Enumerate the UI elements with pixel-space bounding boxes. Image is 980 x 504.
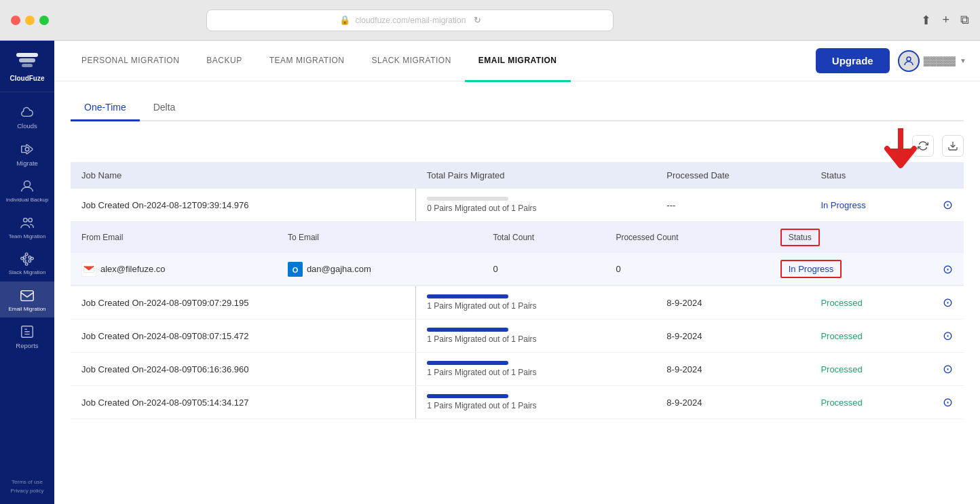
processed-count-cell: 0 (605, 253, 769, 286)
expand-cell[interactable]: ⊙ (932, 353, 964, 386)
nested-content: From Email To Email Total Count Processe… (71, 222, 964, 286)
tab-email-migration[interactable]: EMAIL MIGRATION (465, 41, 571, 82)
privacy-policy-link[interactable]: Privacy policy (0, 487, 54, 496)
nested-status-highlight: In Progress (780, 260, 842, 278)
refresh-icon[interactable]: ↻ (474, 15, 481, 25)
expand-cell[interactable]: ⊙ (932, 189, 964, 222)
new-tab-icon[interactable]: + (942, 13, 949, 28)
table-row: Job Created On-2024-08-09T06:16:36.960 1… (71, 353, 964, 386)
sidebar-item-email-migration[interactable]: Email Migration (0, 282, 54, 318)
user-dropdown-icon: ▼ (960, 57, 966, 64)
tab-team-migration[interactable]: TEAM MIGRATION (256, 41, 358, 82)
nested-col-to: To Email (277, 222, 483, 253)
sub-tabs: One-Time Delta (71, 95, 964, 121)
arrow-down-indicator (884, 128, 918, 172)
svg-rect-15 (21, 290, 33, 301)
job-name-cell: Job Created On-2024-08-09T08:07:15.472 (71, 319, 416, 353)
traffic-lights (11, 16, 49, 25)
from-email-cell: alex@filefuze.co (71, 253, 277, 286)
nested-col-from: From Email (71, 222, 277, 253)
reports-icon (20, 324, 35, 339)
logo-icon (16, 50, 38, 73)
processed-date-cell: 8-9-2024 (656, 319, 810, 353)
close-button[interactable] (11, 16, 20, 25)
svg-point-6 (29, 218, 33, 222)
address-bar[interactable]: 🔒 cloudfuze.com/email-migration ↻ (206, 9, 614, 31)
nested-row: From Email To Email Total Count Processe… (71, 222, 964, 286)
status-cell: Processed (810, 353, 932, 386)
browser-actions: ⬆ + ⧉ (921, 13, 969, 28)
svg-rect-14 (24, 260, 26, 263)
svg-point-3 (25, 147, 29, 151)
tab-backup[interactable]: BACKUP (193, 41, 255, 82)
svg-point-17 (907, 57, 911, 61)
svg-rect-12 (24, 256, 26, 259)
status-cell: Processed (810, 286, 932, 319)
address-text: cloudfuze.com/email-migration (356, 16, 466, 25)
col-job-name: Job Name (71, 162, 416, 189)
tab-personal-migration[interactable]: PERSONAL MIGRATION (68, 41, 193, 82)
sidebar-item-individual-backup[interactable]: Individual Backup (0, 172, 54, 209)
upgrade-button[interactable]: Upgrade (816, 48, 890, 73)
job-name-cell: Job Created On-2024-08-09T06:16:36.960 (71, 353, 416, 386)
expand-cell[interactable]: ⊙ (932, 286, 964, 319)
table-row: Job Created On-2024-08-09T05:14:34.127 1… (71, 386, 964, 419)
expand-cell[interactable]: ⊙ (932, 386, 964, 419)
subtab-one-time[interactable]: One-Time (71, 96, 140, 121)
pairs-migrated-cell: 1 Pairs Migrated out of 1 Pairs (416, 386, 656, 419)
processed-date-cell: --- (656, 189, 810, 222)
table-row: Job Created On-2024-08-12T09:39:14.976 0… (71, 189, 964, 222)
sidebar-nav: Clouds Migrate Individual Backup Team Mi… (0, 92, 54, 473)
nested-table: From Email To Email Total Count Processe… (71, 222, 964, 286)
nested-col-status: Status (770, 222, 932, 253)
main-content: PERSONAL MIGRATION BACKUP TEAM MIGRATION… (54, 41, 980, 504)
tabs-icon[interactable]: ⧉ (960, 13, 969, 28)
svg-rect-13 (29, 260, 31, 263)
svg-point-5 (24, 218, 28, 222)
content-area: One-Time Delta (54, 81, 980, 504)
nested-expand-cell[interactable]: ⊙ (932, 253, 964, 286)
sidebar-item-migrate[interactable]: Migrate (0, 135, 54, 172)
table-row: Job Created On-2024-08-09T08:07:15.472 1… (71, 319, 964, 353)
svg-text:O: O (293, 265, 299, 273)
svg-rect-7 (25, 253, 28, 256)
col-processed-date: Processed Date (656, 162, 810, 189)
table-actions (71, 135, 964, 157)
pairs-migrated-cell: 1 Pairs Migrated out of 1 Pairs (416, 319, 656, 353)
download-button[interactable] (942, 135, 964, 157)
tab-slack-migration[interactable]: SLACK MIGRATION (358, 41, 465, 82)
svg-rect-0 (16, 53, 38, 57)
status-highlight-box: Status (780, 229, 820, 246)
minimize-button[interactable] (25, 16, 35, 25)
share-icon[interactable]: ⬆ (921, 13, 931, 28)
browser-chrome: 🔒 cloudfuze.com/email-migration ↻ ⬆ + ⧉ (0, 0, 980, 41)
sidebar-item-reports[interactable]: Reports (0, 317, 54, 355)
user-menu[interactable]: ▓▓▓▓▓ ▼ (898, 50, 966, 72)
expand-cell[interactable]: ⊙ (932, 319, 964, 353)
status-cell: Processed (810, 319, 932, 353)
svg-rect-11 (29, 256, 31, 259)
job-name-cell: Job Created On-2024-08-09T09:07:29.195 (71, 286, 416, 319)
terms-of-use-link[interactable]: Terms of use (0, 478, 54, 487)
job-name-cell: Job Created On-2024-08-12T09:39:14.976 (71, 189, 416, 222)
svg-point-4 (24, 181, 30, 187)
to-email-cell: O dan@gajha.com (277, 253, 483, 286)
lock-icon: 🔒 (339, 15, 350, 25)
maximize-button[interactable] (39, 16, 49, 25)
status-cell: In Progress (810, 189, 932, 222)
col-total-pairs: Total Pairs Migrated (416, 162, 656, 189)
arrow-container (71, 135, 904, 157)
sidebar: CloudFuze Clouds Migrate Individual Back… (0, 41, 54, 504)
pairs-migrated-cell: 1 Pairs Migrated out of 1 Pairs (416, 286, 656, 319)
sidebar-logo: CloudFuze (0, 41, 54, 92)
svg-rect-2 (22, 64, 33, 67)
nav-actions: Upgrade ▓▓▓▓▓ ▼ (816, 48, 966, 73)
status-cell: Processed (810, 386, 932, 419)
sidebar-item-clouds[interactable]: Clouds (0, 98, 54, 135)
subtab-delta[interactable]: Delta (140, 96, 189, 121)
sidebar-item-team-migration[interactable]: Team Migration (0, 209, 54, 246)
user-avatar (898, 50, 920, 72)
email-migration-icon (20, 288, 35, 303)
sidebar-item-slack-migration[interactable]: Slack Migration (0, 245, 54, 282)
jobs-table: Job Name Total Pairs Migrated Processed … (71, 162, 964, 419)
